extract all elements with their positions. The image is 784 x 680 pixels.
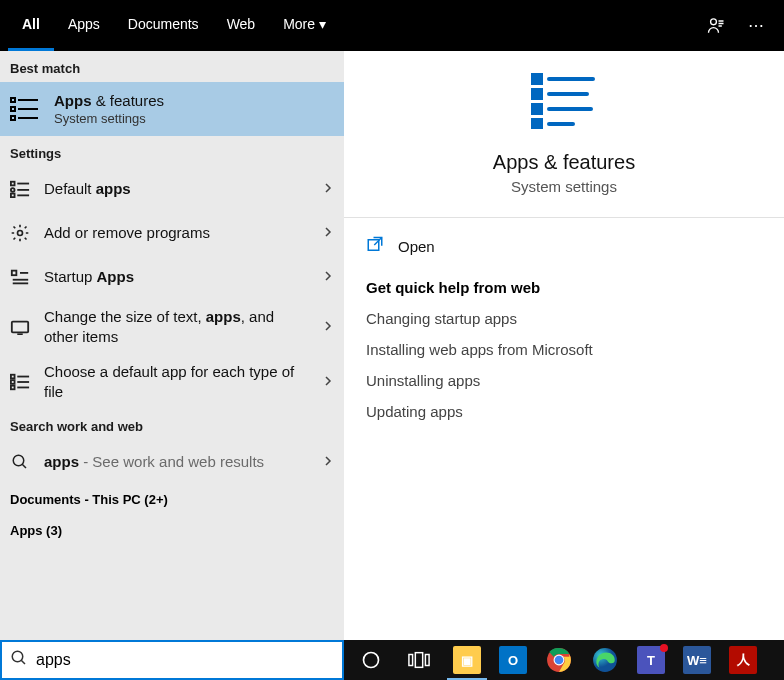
svg-rect-34 bbox=[533, 120, 541, 128]
options-icon[interactable]: ⋯ bbox=[736, 0, 776, 51]
best-match-result[interactable]: Apps & features System settings bbox=[0, 82, 344, 136]
svg-rect-1 bbox=[11, 98, 15, 102]
svg-line-39 bbox=[21, 660, 25, 664]
chevron-right-icon bbox=[322, 180, 334, 198]
settings-item-icon bbox=[8, 265, 32, 289]
taskbar: ▣OTW≡人 bbox=[344, 640, 784, 680]
settings-item-label: Add or remove programs bbox=[44, 223, 310, 243]
settings-item-icon bbox=[8, 315, 32, 339]
svg-rect-14 bbox=[12, 271, 17, 276]
svg-rect-5 bbox=[11, 116, 15, 120]
preview-subtitle: System settings bbox=[511, 178, 617, 195]
taskbar-edge[interactable] bbox=[582, 640, 628, 680]
settings-item-4[interactable]: Choose a default app for each type of fi… bbox=[0, 354, 344, 409]
svg-rect-20 bbox=[11, 374, 15, 378]
chevron-right-icon bbox=[322, 453, 334, 471]
settings-item-icon bbox=[8, 177, 32, 201]
tab-web[interactable]: Web bbox=[213, 0, 270, 51]
svg-rect-22 bbox=[11, 380, 15, 384]
search-icon bbox=[8, 450, 32, 474]
svg-point-46 bbox=[555, 656, 564, 665]
taskbar-acrobat[interactable]: 人 bbox=[720, 640, 766, 680]
chevron-right-icon bbox=[322, 224, 334, 242]
quick-help-header: Get quick help from web bbox=[366, 279, 762, 296]
search-work-web-item[interactable]: apps - See work and web results bbox=[0, 440, 344, 484]
svg-rect-30 bbox=[533, 90, 541, 98]
tab-more[interactable]: More ▾ bbox=[269, 0, 340, 51]
apps-features-icon bbox=[8, 92, 42, 126]
svg-point-38 bbox=[12, 651, 23, 662]
settings-item-2[interactable]: Startup Apps bbox=[0, 255, 344, 299]
svg-point-40 bbox=[364, 653, 379, 668]
svg-rect-3 bbox=[11, 107, 15, 111]
svg-rect-32 bbox=[533, 105, 541, 113]
settings-item-label: Change the size of text, apps, and other… bbox=[44, 307, 310, 346]
section-best-match: Best match bbox=[0, 51, 344, 82]
feedback-icon[interactable] bbox=[696, 0, 736, 51]
preview-panel: Apps & features System settings Open Get… bbox=[344, 51, 784, 640]
section-settings: Settings bbox=[0, 136, 344, 167]
svg-point-9 bbox=[11, 188, 15, 192]
settings-item-icon bbox=[8, 370, 32, 394]
settings-item-0[interactable]: Default apps bbox=[0, 167, 344, 211]
taskbar-file-explorer[interactable]: ▣ bbox=[444, 640, 490, 680]
svg-line-27 bbox=[22, 464, 26, 468]
chevron-right-icon bbox=[322, 373, 334, 391]
taskbar-teams[interactable]: T bbox=[628, 640, 674, 680]
chevron-right-icon bbox=[322, 318, 334, 336]
tab-apps[interactable]: Apps bbox=[54, 0, 114, 51]
open-button[interactable]: Open bbox=[344, 218, 784, 275]
quick-help-link-0[interactable]: Changing startup apps bbox=[366, 310, 762, 327]
svg-rect-42 bbox=[415, 653, 422, 668]
svg-rect-7 bbox=[11, 182, 15, 186]
tab-documents[interactable]: Documents bbox=[114, 0, 213, 51]
settings-item-icon bbox=[8, 221, 32, 245]
svg-rect-28 bbox=[533, 75, 541, 83]
svg-point-13 bbox=[18, 231, 23, 236]
section-search-work-web: Search work and web bbox=[0, 409, 344, 440]
taskbar-chrome[interactable] bbox=[536, 640, 582, 680]
tab-all[interactable]: All bbox=[8, 0, 54, 51]
taskbar-taskview[interactable] bbox=[396, 640, 442, 680]
settings-item-label: Choose a default app for each type of fi… bbox=[44, 362, 310, 401]
search-icon bbox=[10, 649, 28, 671]
svg-rect-43 bbox=[425, 655, 429, 666]
quick-help-link-2[interactable]: Uninstalling apps bbox=[366, 372, 762, 389]
quick-help-link-1[interactable]: Installing web apps from Microsoft bbox=[366, 341, 762, 358]
section-apps-count[interactable]: Apps (3) bbox=[0, 515, 344, 546]
svg-point-0 bbox=[711, 18, 717, 24]
svg-rect-41 bbox=[409, 655, 413, 666]
results-panel: Best match Apps & features System settin… bbox=[0, 51, 344, 640]
svg-rect-18 bbox=[12, 321, 28, 332]
search-box[interactable] bbox=[0, 640, 344, 680]
search-tabs: All Apps Documents Web More ▾ ⋯ bbox=[0, 0, 784, 51]
settings-item-label: Startup Apps bbox=[44, 267, 310, 287]
settings-item-1[interactable]: Add or remove programs bbox=[0, 211, 344, 255]
open-icon bbox=[366, 236, 384, 257]
svg-point-26 bbox=[13, 455, 24, 466]
section-documents-pc[interactable]: Documents - This PC (2+) bbox=[0, 484, 344, 515]
taskbar-cortana[interactable] bbox=[348, 640, 394, 680]
preview-title: Apps & features bbox=[493, 151, 635, 174]
taskbar-outlook[interactable]: O bbox=[490, 640, 536, 680]
settings-item-label: Default apps bbox=[44, 179, 310, 199]
svg-rect-24 bbox=[11, 385, 15, 389]
settings-item-3[interactable]: Change the size of text, apps, and other… bbox=[0, 299, 344, 354]
search-input[interactable] bbox=[36, 651, 334, 669]
taskbar-word[interactable]: W≡ bbox=[674, 640, 720, 680]
chevron-down-icon: ▾ bbox=[319, 16, 326, 32]
chevron-right-icon bbox=[322, 268, 334, 286]
svg-rect-11 bbox=[11, 194, 15, 198]
quick-help-link-3[interactable]: Updating apps bbox=[366, 403, 762, 420]
preview-list-icon bbox=[531, 73, 597, 133]
